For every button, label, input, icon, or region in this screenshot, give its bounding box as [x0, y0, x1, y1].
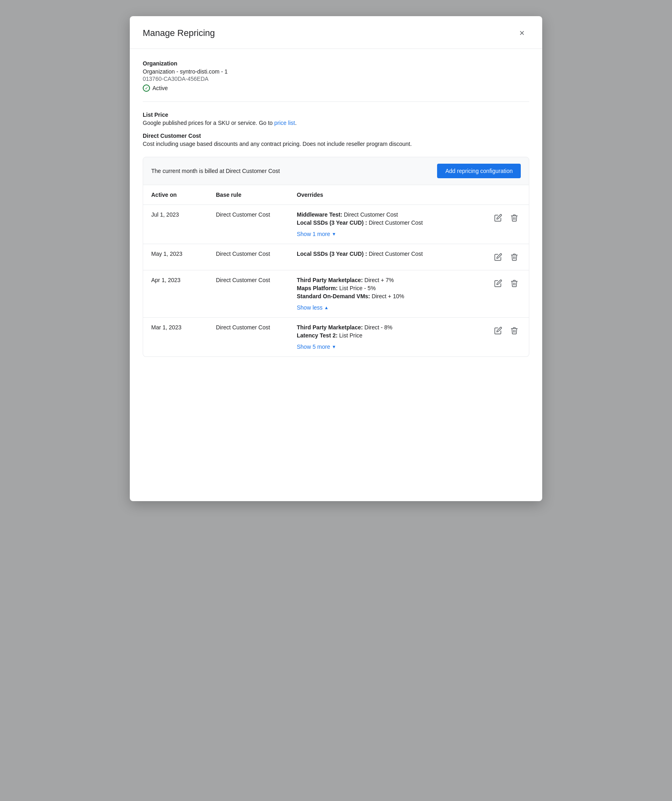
cell-base-rule: Direct Customer Cost: [208, 318, 289, 357]
active-check-icon: ✓: [143, 84, 150, 92]
price-list-link[interactable]: price list: [274, 120, 295, 126]
table-row: Jul 1, 2023Direct Customer CostMiddlewar…: [143, 205, 529, 244]
cell-actions: [484, 205, 529, 244]
delete-button[interactable]: [508, 324, 521, 337]
cell-actions: [484, 244, 529, 270]
list-price-section: List Price Google published prices for a…: [143, 112, 529, 126]
add-repricing-config-button[interactable]: Add repricing configuration: [437, 164, 521, 178]
cell-base-rule: Direct Customer Cost: [208, 205, 289, 244]
override-entry: Maps Platform: List Price - 5%: [297, 285, 475, 291]
table-row: May 1, 2023Direct Customer CostLocal SSD…: [143, 244, 529, 270]
cell-base-rule: Direct Customer Cost: [208, 270, 289, 318]
divider-1: [143, 101, 529, 102]
list-price-desc: Google published prices for a SKU or ser…: [143, 120, 529, 126]
override-value: List Price - 5%: [338, 285, 376, 291]
override-value: Direct + 10%: [370, 293, 404, 299]
edit-button[interactable]: [492, 251, 505, 263]
col-header-base-rule: Base rule: [208, 185, 289, 205]
cell-active-on: Jul 1, 2023: [143, 205, 208, 244]
delete-button[interactable]: [508, 251, 521, 263]
modal-body: Organization Organization - syntro-disti…: [130, 49, 542, 373]
chevron-down-icon: ▼: [332, 344, 336, 349]
cell-overrides: Middleware Test: Direct Customer CostLoc…: [289, 205, 484, 244]
organization-section: Organization Organization - syntro-disti…: [143, 60, 529, 92]
table-header-row: Active on Base rule Overrides: [143, 185, 529, 205]
billing-banner-text: The current month is billed at Direct Cu…: [151, 168, 280, 174]
chevron-up-icon: ▲: [324, 305, 329, 310]
edit-button[interactable]: [492, 211, 505, 224]
repricing-table-container: Active on Base rule Overrides Jul 1, 202…: [143, 185, 529, 357]
override-value: Direct + 7%: [363, 277, 394, 283]
direct-customer-cost-section: Direct Customer Cost Cost including usag…: [143, 133, 529, 147]
cell-actions: [484, 270, 529, 318]
action-buttons: [492, 251, 521, 263]
edit-button[interactable]: [492, 324, 505, 337]
billing-banner: The current month is billed at Direct Cu…: [143, 157, 529, 185]
action-buttons: [492, 277, 521, 290]
override-entry: Local SSDs (3 Year CUD) : Direct Custome…: [297, 219, 475, 226]
close-button[interactable]: ×: [515, 26, 529, 40]
override-entry: Third Party Marketplace: Direct + 7%: [297, 277, 475, 283]
override-entry: Local SSDs (3 Year CUD) : Direct Custome…: [297, 251, 475, 257]
direct-cost-label: Direct Customer Cost: [143, 133, 529, 139]
show-more-button[interactable]: Show 1 more ▼: [297, 229, 336, 237]
modal-overlay: Manage Repricing × Organization Organiza…: [0, 0, 672, 801]
override-key: Local SSDs (3 Year CUD) :: [297, 251, 367, 257]
override-entry: Standard On-Demand VMs: Direct + 10%: [297, 293, 475, 299]
cell-active-on: Mar 1, 2023: [143, 318, 208, 357]
organization-name: Organization - syntro-disti.com - 1: [143, 68, 529, 75]
repricing-table-wrapper: The current month is billed at Direct Cu…: [143, 157, 529, 357]
override-value: List Price: [338, 332, 362, 339]
override-value: Direct Customer Cost: [367, 251, 423, 257]
show-less-button[interactable]: Show less ▲: [297, 303, 329, 311]
delete-button[interactable]: [508, 277, 521, 290]
modal-header: Manage Repricing ×: [130, 16, 542, 49]
col-header-active-on: Active on: [143, 185, 208, 205]
override-key: Standard On-Demand VMs:: [297, 293, 370, 299]
override-key: Third Party Marketplace:: [297, 324, 363, 331]
override-key: Third Party Marketplace:: [297, 277, 363, 283]
cell-overrides: Local SSDs (3 Year CUD) : Direct Custome…: [289, 244, 484, 270]
override-key: Maps Platform:: [297, 285, 338, 291]
override-key: Latency Test 2:: [297, 332, 338, 339]
direct-cost-desc: Cost including usage based discounts and…: [143, 141, 529, 147]
list-price-label: List Price: [143, 112, 529, 118]
status-label: Active: [152, 85, 168, 91]
override-entry: Third Party Marketplace: Direct - 8%: [297, 324, 475, 331]
col-header-overrides: Overrides: [289, 185, 484, 205]
organization-label: Organization: [143, 60, 529, 67]
edit-button[interactable]: [492, 277, 505, 290]
cell-active-on: Apr 1, 2023: [143, 270, 208, 318]
status-active: ✓ Active: [143, 84, 529, 92]
table-row: Mar 1, 2023Direct Customer CostThird Par…: [143, 318, 529, 357]
override-key: Local SSDs (3 Year CUD) :: [297, 219, 367, 226]
cell-actions: [484, 318, 529, 357]
cell-active-on: May 1, 2023: [143, 244, 208, 270]
cell-overrides: Third Party Marketplace: Direct - 8%Late…: [289, 318, 484, 357]
override-entry: Latency Test 2: List Price: [297, 332, 475, 339]
override-value: Direct Customer Cost: [367, 219, 423, 226]
organization-id: 013760-CA30DA-456EDA: [143, 76, 529, 82]
override-key: Middleware Test:: [297, 211, 342, 218]
action-buttons: [492, 324, 521, 337]
delete-button[interactable]: [508, 211, 521, 224]
modal: Manage Repricing × Organization Organiza…: [130, 16, 542, 501]
override-value: Direct - 8%: [363, 324, 392, 331]
chevron-down-icon: ▼: [332, 232, 336, 236]
col-header-actions: [484, 185, 529, 205]
cell-base-rule: Direct Customer Cost: [208, 244, 289, 270]
cell-overrides: Third Party Marketplace: Direct + 7%Maps…: [289, 270, 484, 318]
table-row: Apr 1, 2023Direct Customer CostThird Par…: [143, 270, 529, 318]
modal-title: Manage Repricing: [143, 28, 215, 38]
action-buttons: [492, 211, 521, 224]
repricing-table: Active on Base rule Overrides Jul 1, 202…: [143, 185, 529, 356]
override-entry: Middleware Test: Direct Customer Cost: [297, 211, 475, 218]
override-value: Direct Customer Cost: [342, 211, 398, 218]
show-more-button[interactable]: Show 5 more ▼: [297, 342, 336, 350]
